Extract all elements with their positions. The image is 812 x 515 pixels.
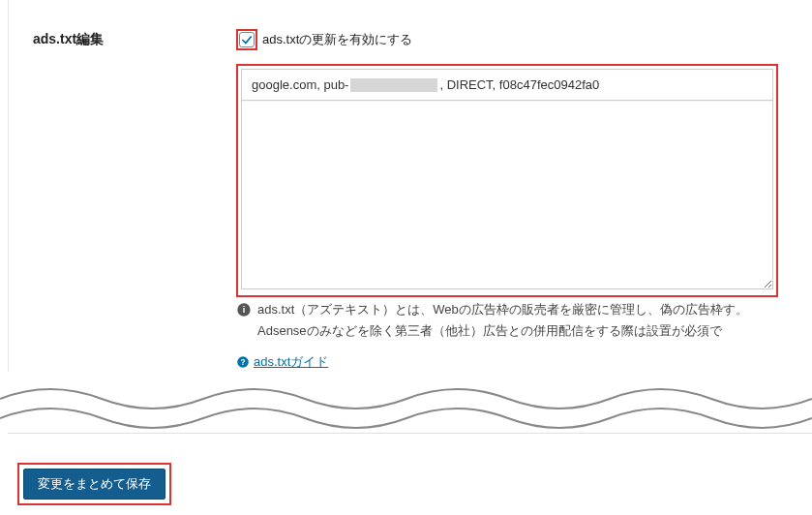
info-icon: i — [236, 299, 252, 324]
field-column: ads.txtの更新を有効にする google.com, pub- , DIRE… — [236, 19, 778, 372]
ads-txt-prefix: google.com, pub- — [252, 77, 348, 92]
button-section: 変更をまとめて保存 — [8, 433, 812, 515]
checkbox-row: ads.txtの更新を有効にする — [236, 29, 778, 50]
help-text: ads.txt（アズテキスト）とは、Webの広告枠の販売者を厳密に管理し、偽の広… — [257, 299, 778, 342]
truncation-wave — [0, 379, 812, 438]
ads-txt-suffix: , DIRECT, f08c47fec0942fa0 — [439, 77, 599, 92]
svg-text:i: i — [243, 305, 246, 315]
question-icon: ? — [236, 355, 250, 369]
textarea-content-line: google.com, pub- , DIRECT, f08c47fec0942… — [241, 69, 773, 101]
guide-link-text: ads.txtガイド — [254, 353, 328, 371]
help-area: i ads.txt（アズテキスト）とは、Webの広告枠の販売者を厳密に管理し、偽… — [236, 299, 778, 372]
svg-text:?: ? — [241, 358, 246, 367]
checkbox-label: ads.txtの更新を有効にする — [262, 31, 412, 48]
save-all-button[interactable]: 変更をまとめて保存 — [23, 469, 165, 500]
ads-txt-textarea[interactable] — [241, 101, 773, 289]
highlight-frame-checkbox — [236, 29, 257, 50]
enable-ads-txt-checkbox[interactable] — [239, 32, 255, 47]
checkmark-icon — [240, 33, 254, 46]
settings-section: ads.txt編集 ads.txtの更新を有効にする google.com, p… — [8, 0, 812, 372]
ads-txt-guide-link[interactable]: ? ads.txtガイド — [236, 353, 328, 371]
highlight-frame-save: 変更をまとめて保存 — [17, 463, 171, 505]
highlight-frame-textarea: google.com, pub- , DIRECT, f08c47fec0942… — [236, 64, 778, 297]
redacted-publisher-id — [350, 78, 437, 92]
settings-row: ads.txt編集 ads.txtの更新を有効にする google.com, p… — [23, 19, 797, 372]
help-text-row: i ads.txt（アズテキスト）とは、Webの広告枠の販売者を厳密に管理し、偽… — [236, 299, 778, 342]
section-title: ads.txt編集 — [23, 19, 217, 48]
textarea-wrapper: google.com, pub- , DIRECT, f08c47fec0942… — [241, 69, 773, 292]
